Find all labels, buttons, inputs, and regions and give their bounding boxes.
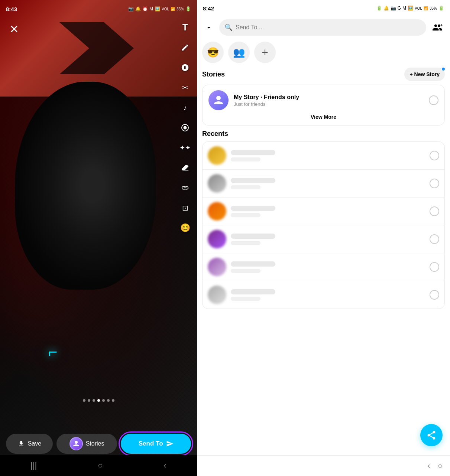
recent-sub-3 — [231, 213, 260, 217]
recent-sub-1 — [231, 157, 260, 162]
recent-info-1 — [231, 150, 425, 162]
recent-sub-2 — [231, 185, 260, 189]
quick-btn-new-group[interactable]: + — [254, 42, 276, 63]
recent-radio-6[interactable] — [430, 290, 439, 300]
add-friends-icon — [432, 22, 443, 33]
bottom-bar: Save Stories Send To — [0, 434, 197, 454]
recent-avatar-6 — [208, 286, 226, 304]
status-bar-right: 8:42 🔋 🔔 📷 G M 🖼️ VOL 📶 35% 🔋 — [197, 0, 450, 16]
recent-avatar-4 — [208, 230, 226, 248]
page-dots — [0, 399, 197, 402]
effects-tool[interactable] — [178, 121, 192, 134]
recent-name-5 — [231, 261, 275, 267]
pencil-tool[interactable] — [178, 41, 192, 54]
nav-back-right-icon[interactable]: ‹ — [427, 461, 430, 471]
nav-bar-left: ||| ○ ‹ — [0, 455, 197, 476]
recent-sub-6 — [231, 297, 260, 301]
add-friends-button[interactable] — [430, 20, 445, 35]
recent-name-4 — [231, 234, 275, 239]
recent-sub-4 — [231, 241, 260, 245]
quick-btn-best-friends[interactable]: 😎 — [202, 42, 224, 63]
crop-tool[interactable]: ⊡ — [178, 201, 192, 215]
right-toolbar: T ✂ ♪ ✦✦ ⊡ 😊 — [178, 21, 192, 235]
search-header: 🔍 — [197, 16, 450, 39]
nav-bar-right: ‹ ○ — [197, 455, 450, 476]
search-input[interactable] — [236, 24, 421, 31]
send-to-label: Send To — [139, 440, 163, 447]
quick-btn-friends[interactable]: 👥 — [228, 42, 250, 63]
left-panel: ⌐ 8:43 📷 🔔 ⏰ M 🖼️ VOL 📶 35% 🔋 T — [0, 0, 197, 476]
stories-button[interactable]: Stories — [56, 434, 117, 454]
recent-avatar-2 — [208, 174, 226, 193]
my-story-info: My Story · Friends only Just for friends — [234, 94, 424, 107]
stories-section-header: Stories + New Story — [202, 68, 445, 81]
nav-home-icon[interactable]: ○ — [98, 461, 103, 470]
nav-back-icon[interactable]: ‹ — [164, 461, 166, 470]
sparkle-tool[interactable]: ✦✦ — [178, 141, 192, 154]
my-story-name: My Story · Friends only — [234, 94, 424, 101]
new-story-label: + New Story — [409, 71, 440, 77]
dot-7 — [112, 399, 114, 402]
share-fab[interactable] — [420, 424, 443, 446]
nav-home-right-icon[interactable]: ○ — [438, 461, 443, 471]
eraser-tool[interactable] — [178, 161, 192, 175]
recent-radio-3[interactable] — [430, 206, 439, 216]
chevron-down-button[interactable] — [202, 21, 216, 34]
recent-radio-5[interactable] — [430, 262, 439, 272]
music-tool[interactable]: ♪ — [178, 101, 192, 114]
dot-1 — [83, 399, 85, 402]
save-icon — [17, 440, 25, 447]
stories-label: Stories — [86, 440, 104, 447]
scissors-tool[interactable]: ✂ — [178, 81, 192, 94]
chevron-down-icon — [205, 23, 213, 32]
svg-point-0 — [75, 441, 78, 444]
dot-5 — [102, 399, 105, 402]
recent-avatar-1 — [208, 146, 226, 165]
recent-name-2 — [231, 178, 275, 183]
search-icon: 🔍 — [224, 23, 233, 32]
save-button[interactable]: Save — [6, 434, 53, 454]
svg-point-1 — [216, 96, 221, 100]
recent-avatar-5 — [208, 258, 226, 276]
recent-item-3 — [203, 198, 444, 225]
recent-info-3 — [231, 206, 425, 217]
recents-card — [202, 141, 445, 309]
sticker-tool[interactable] — [178, 61, 192, 74]
recent-info-5 — [231, 261, 425, 273]
story-card: My Story · Friends only Just for friends… — [202, 85, 445, 125]
dot-2 — [88, 399, 90, 402]
status-icons-right: 🔋 🔔 📷 G M 🖼️ VOL 📶 35% 🔋 — [376, 6, 444, 11]
right-panel: 8:42 🔋 🔔 📷 G M 🖼️ VOL 📶 35% 🔋 🔍 😎 👥 — [197, 0, 450, 476]
recent-item-5 — [203, 253, 444, 281]
dot-4 — [97, 399, 100, 402]
close-button[interactable] — [6, 21, 22, 37]
recents-section: Recents — [197, 130, 450, 455]
mouse-body — [15, 82, 156, 290]
recent-item-6 — [203, 281, 444, 309]
new-story-button[interactable]: + New Story — [404, 68, 445, 81]
recent-info-2 — [231, 178, 425, 189]
save-label: Save — [28, 440, 41, 447]
nav-menu-icon[interactable]: ||| — [30, 461, 37, 470]
mouse-logo: ⌐ — [48, 343, 58, 361]
send-to-button[interactable]: Send To — [121, 434, 191, 454]
search-bar[interactable]: 🔍 — [219, 19, 426, 36]
recent-info-4 — [231, 234, 425, 245]
recent-info-6 — [231, 289, 425, 301]
bitmoji-tool[interactable]: 😊 — [178, 221, 192, 235]
my-story-radio[interactable] — [429, 95, 438, 105]
recent-sub-5 — [231, 269, 260, 273]
view-more-button[interactable]: View More — [208, 110, 438, 120]
recent-radio-4[interactable] — [430, 234, 439, 244]
time-right: 8:42 — [203, 5, 214, 12]
recent-name-6 — [231, 289, 275, 294]
text-tool[interactable]: T — [178, 21, 192, 34]
link-tool[interactable] — [178, 181, 192, 195]
recent-item-1 — [203, 142, 444, 170]
send-icon — [166, 440, 174, 447]
notification-dot — [441, 67, 446, 71]
dot-6 — [107, 399, 110, 402]
my-story-avatar — [208, 90, 229, 110]
recent-radio-2[interactable] — [430, 179, 439, 188]
recent-radio-1[interactable] — [430, 151, 439, 160]
